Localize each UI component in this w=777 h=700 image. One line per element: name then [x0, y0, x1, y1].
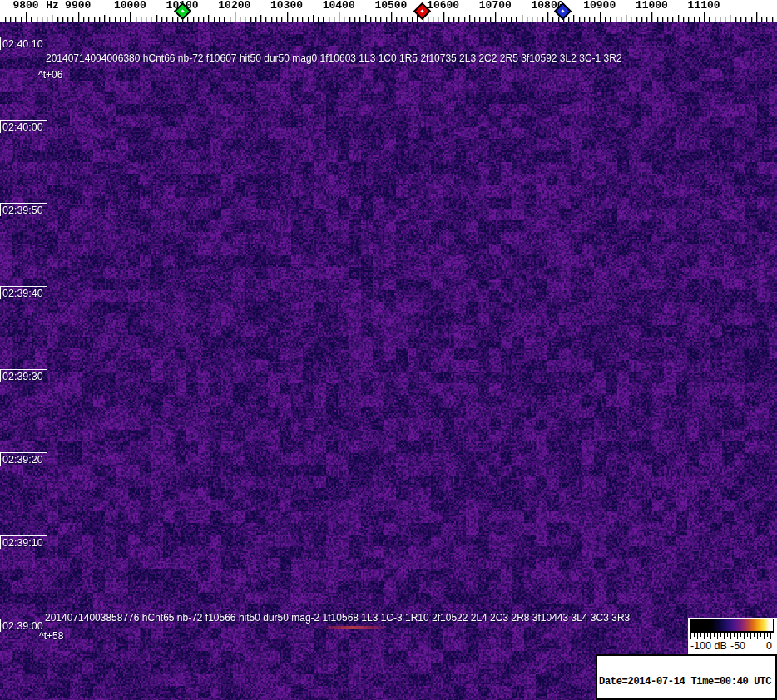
time-label: 02:39:30	[0, 369, 47, 382]
time-label: 02:40:00	[0, 120, 47, 133]
freq-axis-label: 11000	[636, 0, 668, 12]
time-label: 02:39:20	[0, 452, 47, 466]
event-time-offset-bottom: ^t+58	[39, 631, 63, 642]
freq-axis-label: 10700	[479, 0, 512, 12]
freq-axis-label: 10900	[583, 0, 616, 12]
time-label: 02:39:50	[0, 203, 47, 216]
legend-mid-label: -50	[730, 640, 745, 652]
freq-axis-label: 10300	[270, 0, 303, 12]
freq-axis-label: 9800	[12, 0, 38, 12]
station-info-box: Date=2014-07-14 Time=00:40 UTC Freq=143 …	[596, 654, 777, 700]
freq-axis-label: 10600	[427, 0, 459, 12]
info-date-time: Date=2014-07-14 Time=00:40 UTC	[599, 677, 774, 687]
event-log-bottom: 20140714003858776 hCnt65 nb-72 f10566 hi…	[45, 613, 630, 624]
event-time-offset-top: ^t+06	[38, 70, 62, 81]
event-log-top: 20140714004006380 hCnt66 nb-72 f10607 hi…	[46, 53, 622, 64]
time-label: 02:39:40	[0, 286, 47, 299]
freq-axis-label: 10400	[323, 0, 355, 12]
meteor-echo-streak	[323, 626, 388, 629]
time-label: 02:39:10	[0, 535, 47, 549]
freq-axis-label: 10000	[114, 0, 146, 12]
legend-min-label: -100 dB	[690, 640, 727, 652]
freq-axis-label: 11100	[688, 0, 720, 12]
faint-noise-streak	[349, 64, 368, 67]
legend-ticks-short	[690, 633, 774, 637]
meteor-spectrogram-window: 9800990010000101001020010300104001050010…	[0, 0, 777, 700]
freq-axis-unit-label: Hz	[46, 0, 59, 12]
legend-max-label: 0	[766, 640, 772, 652]
spectrogram-waterfall	[0, 22, 777, 700]
color-gradient-bar	[690, 619, 774, 632]
signal-level-legend: -100 dB -50 0	[688, 618, 777, 655]
freq-axis-label: 10200	[218, 0, 250, 12]
freq-axis-label: 9900	[65, 0, 91, 12]
legend-scale-labels: -100 dB -50 0	[688, 640, 777, 653]
freq-axis-label: 10500	[374, 0, 407, 12]
time-label: 02:40:10	[0, 37, 47, 50]
